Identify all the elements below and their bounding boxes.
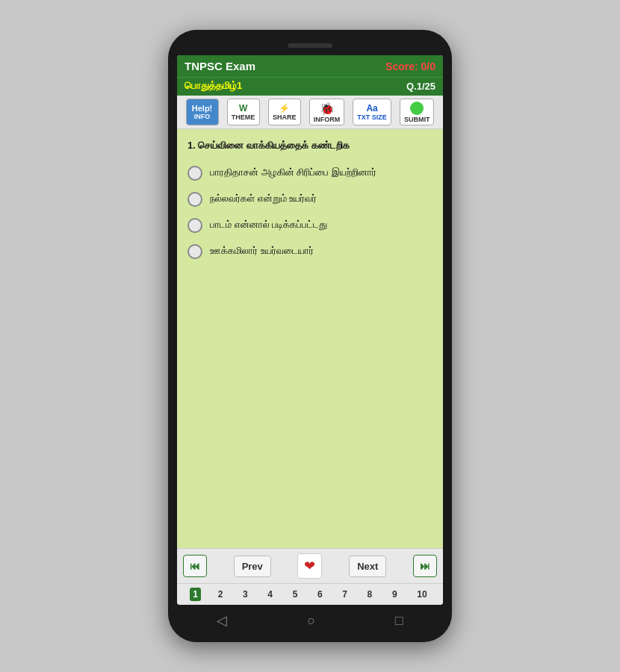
option-1-row[interactable]: பாரதிதாசன் அழகின் சிரிப்பை இயற்றினார்	[187, 165, 433, 181]
next-label: Next	[357, 561, 378, 572]
option-4-text: ஊக்கமிலார் உயர்வடையார்	[210, 243, 314, 258]
last-button[interactable]: ⏭	[413, 555, 437, 577]
submit-circle-icon	[410, 102, 424, 115]
top-bar: TNPSC Exam Score: 0/0	[177, 55, 443, 77]
app-title: TNPSC Exam	[185, 60, 255, 72]
phone-speaker	[288, 43, 332, 48]
prev-button[interactable]: Prev	[234, 556, 271, 577]
theme-icon: W	[239, 103, 247, 113]
first-button[interactable]: ⏮	[183, 555, 207, 577]
radio-option-4[interactable]	[187, 244, 202, 259]
radio-option-3[interactable]	[187, 218, 202, 233]
share-label: SHARE	[273, 113, 297, 121]
submit-button[interactable]: SUBMIT	[400, 99, 435, 125]
page-num-6[interactable]: 6	[314, 588, 326, 601]
share-button[interactable]: ⚡ SHARE	[268, 99, 301, 125]
page-num-1[interactable]: 1	[190, 588, 201, 601]
txtsize-button[interactable]: Aa TXT SIZE	[353, 99, 391, 125]
first-icon: ⏮	[190, 560, 200, 572]
page-num-8[interactable]: 8	[365, 588, 376, 601]
toolbar: Help! INFO W THEME ⚡ SHARE 🐞 INFORM Aa T…	[177, 96, 443, 129]
share-icon: ⚡	[279, 103, 290, 113]
page-num-3[interactable]: 3	[240, 588, 251, 601]
option-1-text: பாரதிதாசன் அழகின் சிரிப்பை இயற்றினார்	[210, 165, 376, 180]
page-num-5[interactable]: 5	[290, 588, 301, 601]
recents-button[interactable]: □	[395, 613, 403, 629]
android-nav-bar: ◁ ○ □	[177, 605, 443, 632]
score-label: Score: 0/0	[385, 60, 435, 72]
question-text: 1. செய்வினை வாக்கியத்தைக் கண்டறிக	[187, 138, 433, 153]
option-2-row[interactable]: நல்லவர்கள் என்றும் உயர்வர்	[187, 191, 433, 207]
inform-label: INFORM	[314, 116, 341, 123]
page-num-7[interactable]: 7	[339, 588, 350, 601]
radio-option-1[interactable]	[187, 166, 202, 181]
heart-icon: ❤	[304, 559, 315, 573]
page-num-10[interactable]: 10	[414, 588, 430, 601]
page-num-9[interactable]: 9	[389, 588, 400, 601]
prev-label: Prev	[242, 561, 263, 572]
radio-option-2[interactable]	[187, 192, 202, 207]
page-num-2[interactable]: 2	[215, 588, 226, 601]
help-icon: Help!	[192, 104, 213, 113]
question-number: Q.1/25	[406, 81, 435, 92]
page-numbers-bar: 1 2 3 4 5 6 7 8 9 10	[177, 583, 443, 605]
content-area: 1. செய்வினை வாக்கியத்தைக் கண்டறிக பாரதித…	[177, 129, 443, 548]
nav-bar: ⏮ Prev ❤ Next ⏭	[177, 548, 443, 583]
category-label: பொதுத்தமிழ்1	[185, 80, 242, 92]
page-num-4[interactable]: 4	[264, 588, 276, 601]
phone-screen: TNPSC Exam Score: 0/0 பொதுத்தமிழ்1 Q.1/2…	[177, 55, 443, 605]
sub-bar: பொதுத்தமிழ்1 Q.1/25	[177, 77, 443, 96]
inform-button[interactable]: 🐞 INFORM	[309, 99, 345, 125]
phone-frame: TNPSC Exam Score: 0/0 பொதுத்தமிழ்1 Q.1/2…	[168, 30, 452, 642]
submit-label: SUBMIT	[404, 116, 430, 123]
txtsize-label: TXT SIZE	[357, 113, 387, 121]
option-3-text: பாடம் என்னால் படிக்கப்பட்டது	[210, 217, 327, 232]
option-4-row[interactable]: ஊக்கமிலார் உயர்வடையார்	[187, 243, 433, 259]
next-button[interactable]: Next	[349, 556, 386, 577]
theme-button[interactable]: W THEME	[227, 99, 260, 125]
info-button[interactable]: Help! INFO	[186, 99, 219, 125]
option-2-text: நல்லவர்கள் என்றும் உயர்வர்	[210, 191, 317, 206]
last-icon: ⏭	[420, 560, 430, 572]
favorite-button[interactable]: ❤	[297, 553, 322, 579]
info-label: INFO	[194, 113, 211, 120]
home-button[interactable]: ○	[307, 613, 315, 629]
txtsize-icon: Aa	[366, 103, 377, 113]
bug-icon: 🐞	[320, 102, 335, 116]
option-3-row[interactable]: பாடம் என்னால் படிக்கப்பட்டது	[187, 217, 433, 233]
theme-label: THEME	[232, 113, 255, 121]
back-button[interactable]: ◁	[217, 612, 227, 629]
